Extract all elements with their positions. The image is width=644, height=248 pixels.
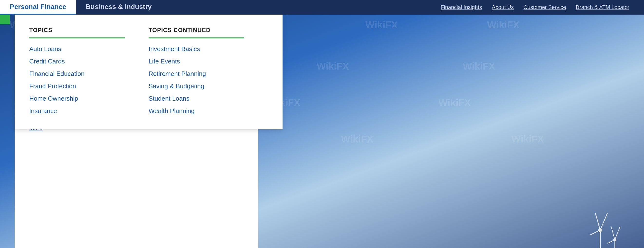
link-saving-budgeting[interactable]: Saving & Budgeting	[148, 82, 204, 90]
watermark: WikiFX	[512, 134, 544, 145]
topics-header: TOPICS	[29, 27, 148, 33]
wind-turbines	[503, 206, 624, 248]
nav-tabs: Personal Finance Business & Industry	[0, 0, 162, 14]
list-item: Investment Basics	[148, 45, 268, 53]
link-about-us[interactable]: About Us	[492, 4, 514, 10]
watermark: WikiFX	[365, 19, 398, 30]
list-item: Retirement Planning	[148, 70, 268, 78]
tab-business-industry[interactable]: Business & Industry	[76, 0, 162, 14]
watermark: WikiFX	[341, 134, 374, 145]
svg-line-7	[615, 226, 620, 240]
green-accent-bar	[0, 14, 10, 24]
nav-right-links: Financial Insights About Us Customer Ser…	[440, 0, 644, 14]
link-branch-atm[interactable]: Branch & ATM Locator	[576, 4, 630, 10]
list-item: Wealth Planning	[148, 107, 268, 115]
link-insurance[interactable]: Insurance	[29, 107, 57, 115]
svg-point-9	[613, 238, 616, 241]
list-item: Life Events	[148, 58, 268, 65]
link-credit-cards[interactable]: Credit Cards	[29, 58, 65, 65]
link-fraud-protection[interactable]: Fraud Protection	[29, 82, 76, 90]
watermark: WikiFX	[317, 61, 349, 72]
watermark: WikiFX	[463, 61, 495, 72]
list-item: Auto Loans	[29, 45, 148, 53]
dropdown-menu: TOPICS Auto Loans Credit Cards Financial…	[14, 14, 282, 129]
link-student-loans[interactable]: Student Loans	[148, 95, 190, 102]
navbar: Personal Finance Business & Industry Fin…	[0, 0, 644, 14]
watermark: WikiFX	[487, 19, 520, 30]
topics-column: TOPICS Auto Loans Credit Cards Financial…	[29, 27, 148, 115]
page-wrapper: WikiFX WikiFX WikiFX WikiFX WikiFX WikiF…	[0, 0, 644, 248]
list-item: Financial Education	[29, 70, 148, 78]
link-financial-insights[interactable]: Financial Insights	[440, 4, 482, 10]
svg-line-1	[595, 213, 600, 230]
watermark: WikiFX	[438, 97, 471, 108]
list-item: Student Loans	[148, 95, 268, 102]
link-wealth-planning[interactable]: Wealth Planning	[148, 107, 194, 115]
topics-continued-column: TOPICS CONTINUED Investment Basics Life …	[148, 27, 268, 115]
topics-continued-divider	[148, 37, 244, 38]
link-retirement-planning[interactable]: Retirement Planning	[148, 70, 206, 77]
link-auto-loans[interactable]: Auto Loans	[29, 45, 62, 52]
svg-line-6	[611, 226, 615, 240]
topics-divider	[29, 37, 125, 38]
list-item: Home Ownership	[29, 95, 148, 102]
link-life-events[interactable]: Life Events	[148, 58, 180, 65]
topics-list: Auto Loans Credit Cards Financial Educat…	[29, 45, 148, 115]
topics-continued-list: Investment Basics Life Events Retirement…	[148, 45, 268, 115]
list-item: Saving & Budgeting	[148, 82, 268, 90]
list-item: Credit Cards	[29, 58, 148, 65]
svg-point-4	[598, 228, 602, 232]
dropdown-columns: TOPICS Auto Loans Credit Cards Financial…	[29, 27, 268, 115]
topics-continued-header: TOPICS CONTINUED	[148, 27, 268, 33]
link-customer-service[interactable]: Customer Service	[524, 4, 566, 10]
link-financial-education[interactable]: Financial Education	[29, 70, 84, 77]
link-home-ownership[interactable]: Home Ownership	[29, 95, 78, 102]
link-investment-basics[interactable]: Investment Basics	[148, 45, 200, 52]
list-item: Fraud Protection	[29, 82, 148, 90]
tab-personal-finance[interactable]: Personal Finance	[0, 0, 76, 14]
list-item: Insurance	[29, 107, 148, 115]
svg-line-2	[600, 213, 608, 230]
